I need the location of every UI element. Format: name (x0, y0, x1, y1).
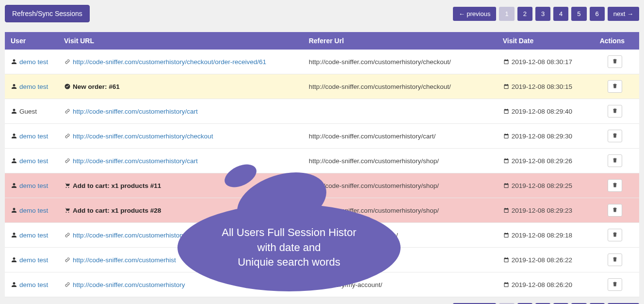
visit-url-text: Add to cart: x1 products #28 (73, 207, 161, 214)
user-link[interactable]: demo test (19, 256, 48, 264)
user-link[interactable]: demo test (19, 83, 48, 90)
user-link[interactable]: demo test (19, 207, 48, 214)
delete-button[interactable] (608, 204, 622, 217)
user-link[interactable]: demo test (19, 182, 48, 189)
user-icon (11, 256, 17, 264)
visit-url-link[interactable]: http://code-sniffer.com/customerhistory/… (73, 157, 198, 165)
page-button-5[interactable]: 5 (571, 7, 586, 21)
col-header-referer: Referer Url (303, 32, 497, 50)
page-button-1[interactable]: 1 (499, 7, 514, 21)
visit-date: 2019-12-08 08:30:17 (512, 58, 572, 66)
trash-icon (612, 182, 618, 189)
calendar-icon (503, 182, 510, 189)
trash-icon (612, 281, 618, 288)
col-header-visit-url: Visit URL (58, 32, 303, 50)
user-link[interactable]: demo test (19, 232, 48, 239)
calendar-icon (503, 281, 510, 288)
page-button-6[interactable]: 6 (590, 7, 605, 21)
referer-cell: http://code-sniffer.com/customerhistory/… (303, 173, 497, 198)
delete-button[interactable] (608, 278, 622, 291)
user-link[interactable]: demo test (19, 157, 48, 165)
link-icon (64, 58, 71, 66)
visit-url-link[interactable]: http://code-sniffer.com/customerhist (73, 256, 176, 264)
calendar-icon (503, 232, 510, 239)
visit-date: 2019-12-08 08:30:15 (512, 83, 572, 90)
callout-line: All Users Full Session Histor (222, 225, 356, 240)
user-icon (11, 133, 17, 140)
user-icon (11, 232, 17, 239)
calendar-icon (503, 108, 510, 115)
callout-line: Uniquie search words (238, 255, 340, 270)
user-icon (11, 157, 17, 165)
user-icon (11, 83, 17, 90)
user-link[interactable]: demo test (19, 58, 48, 66)
user-icon (11, 58, 17, 66)
check-circle-icon (64, 83, 71, 90)
calendar-icon (503, 133, 510, 140)
visit-date: 2019-12-08 08:26:22 (512, 256, 572, 264)
user-icon (11, 207, 17, 214)
cart-icon (64, 182, 71, 189)
visit-url-link[interactable]: http://code-sniffer.com/customerhistory/… (73, 133, 213, 140)
top-bar: Refresh/Sync Sessions ← previous123456ne… (5, 5, 639, 22)
table-row: demo testhttp://code-sniffer.com/custome… (5, 50, 639, 74)
user-label: Guest (19, 108, 37, 115)
trash-icon (612, 232, 618, 238)
cart-icon (64, 207, 71, 214)
delete-button[interactable] (608, 179, 622, 192)
calendar-icon (503, 207, 510, 214)
col-header-visit-date: Visit Date (497, 32, 594, 50)
trash-icon (612, 83, 618, 90)
delete-button[interactable] (608, 80, 622, 93)
trash-icon (612, 58, 618, 65)
link-icon (64, 281, 71, 288)
calendar-icon (503, 256, 510, 264)
delete-button[interactable] (608, 229, 622, 241)
link-icon (64, 232, 71, 239)
delete-button[interactable] (608, 130, 622, 142)
next-page-button[interactable]: next → (608, 7, 639, 21)
trash-icon (612, 157, 618, 164)
user-link[interactable]: demo test (19, 133, 48, 140)
visit-date: 2019-12-08 08:29:23 (512, 207, 572, 214)
visit-url-link[interactable]: http://code-sniffer.com/customerhistory/… (73, 58, 266, 66)
refresh-sync-button[interactable]: Refresh/Sync Sessions (5, 5, 90, 22)
visit-date: 2019-12-08 08:29:26 (512, 157, 572, 165)
table-row: demo testhttp://code-sniffer.com/custome… (5, 149, 639, 173)
visit-date: 2019-12-08 08:26:20 (512, 281, 572, 288)
pagination-top: ← previous123456next → (453, 7, 639, 21)
page-button-3[interactable]: 3 (535, 7, 550, 21)
calendar-icon (503, 157, 510, 165)
col-header-actions: Actions (594, 32, 639, 50)
user-icon (11, 182, 17, 189)
page-button-4[interactable]: 4 (553, 7, 568, 21)
visit-url-link[interactable]: http://code-sniffer.com/customerhistory/… (73, 108, 198, 115)
delete-button[interactable] (608, 55, 622, 68)
calendar-icon (503, 58, 510, 66)
table-row: demo testNew order: #61http://code-sniff… (5, 74, 639, 99)
table-row: demo testhttp://code-sniffer.com/custome… (5, 124, 639, 149)
trash-icon (612, 207, 618, 214)
page-button-2[interactable]: 2 (517, 7, 532, 21)
delete-button[interactable] (608, 105, 622, 118)
referer-cell: http://code-sniffer.com/customerhistory/… (303, 149, 497, 173)
delete-button[interactable] (608, 253, 622, 266)
table-row: Guesthttp://code-sniffer.com/customerhis… (5, 99, 639, 124)
visit-url-text: New order: #61 (73, 83, 120, 90)
referer-cell: http://code-sniffer.com/customerhistory/… (303, 50, 497, 74)
trash-icon (612, 108, 618, 115)
visit-date: 2019-12-08 08:29:40 (512, 108, 572, 115)
user-link[interactable]: demo test (19, 281, 48, 288)
prev-page-button[interactable]: ← previous (453, 7, 497, 21)
user-icon (11, 108, 17, 115)
visit-date: 2019-12-08 08:29:25 (512, 182, 572, 189)
user-icon (11, 281, 17, 288)
visit-url-link[interactable]: http://code-sniffer.com/customerhistory (73, 281, 185, 288)
delete-button[interactable] (608, 154, 622, 167)
annotation-callout: All Users Full Session Histor with date … (177, 204, 401, 291)
referer-cell: http://code-sniffer.com/customerhistory/… (303, 124, 497, 149)
link-icon (64, 108, 71, 115)
trash-icon (612, 133, 618, 139)
visit-date: 2019-12-08 08:29:18 (512, 232, 572, 239)
visit-url-text: Add to cart: x1 products #11 (73, 182, 161, 189)
